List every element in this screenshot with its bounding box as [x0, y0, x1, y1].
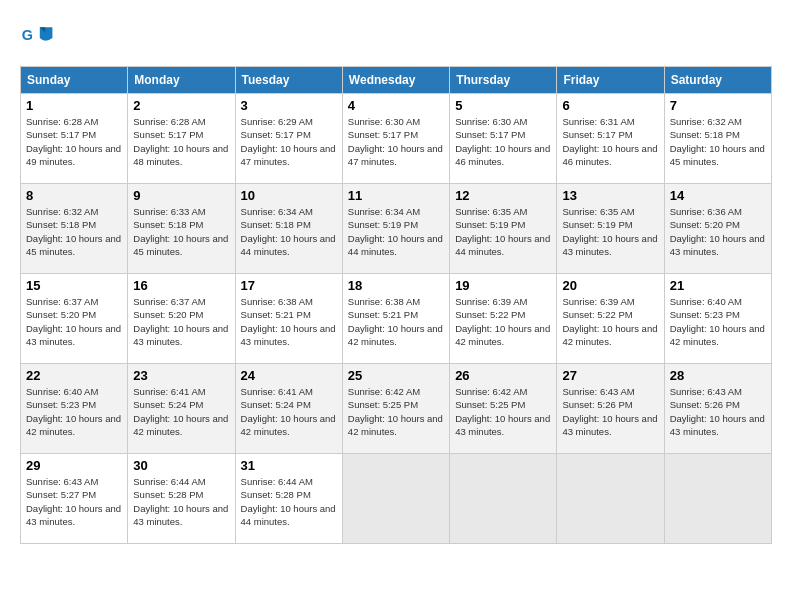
calendar-cell: 8 Sunrise: 6:32 AM Sunset: 5:18 PM Dayli…: [21, 184, 128, 274]
day-info: Sunrise: 6:43 AM Sunset: 5:26 PM Dayligh…: [562, 385, 658, 438]
day-number: 12: [455, 188, 551, 203]
calendar-cell: 2 Sunrise: 6:28 AM Sunset: 5:17 PM Dayli…: [128, 94, 235, 184]
calendar-week-row: 8 Sunrise: 6:32 AM Sunset: 5:18 PM Dayli…: [21, 184, 772, 274]
day-number: 24: [241, 368, 337, 383]
calendar-cell: 6 Sunrise: 6:31 AM Sunset: 5:17 PM Dayli…: [557, 94, 664, 184]
day-info: Sunrise: 6:38 AM Sunset: 5:21 PM Dayligh…: [241, 295, 337, 348]
calendar-cell: 25 Sunrise: 6:42 AM Sunset: 5:25 PM Dayl…: [342, 364, 449, 454]
calendar-cell: [557, 454, 664, 544]
calendar-week-row: 15 Sunrise: 6:37 AM Sunset: 5:20 PM Dayl…: [21, 274, 772, 364]
day-number: 16: [133, 278, 229, 293]
calendar-cell: 30 Sunrise: 6:44 AM Sunset: 5:28 PM Dayl…: [128, 454, 235, 544]
calendar-cell: 1 Sunrise: 6:28 AM Sunset: 5:17 PM Dayli…: [21, 94, 128, 184]
calendar-cell: 15 Sunrise: 6:37 AM Sunset: 5:20 PM Dayl…: [21, 274, 128, 364]
weekday-header-monday: Monday: [128, 67, 235, 94]
day-number: 9: [133, 188, 229, 203]
day-info: Sunrise: 6:30 AM Sunset: 5:17 PM Dayligh…: [455, 115, 551, 168]
day-info: Sunrise: 6:44 AM Sunset: 5:28 PM Dayligh…: [133, 475, 229, 528]
day-number: 5: [455, 98, 551, 113]
calendar-cell: 17 Sunrise: 6:38 AM Sunset: 5:21 PM Dayl…: [235, 274, 342, 364]
day-info: Sunrise: 6:38 AM Sunset: 5:21 PM Dayligh…: [348, 295, 444, 348]
page-header: G: [20, 20, 772, 56]
day-number: 23: [133, 368, 229, 383]
day-number: 3: [241, 98, 337, 113]
day-number: 13: [562, 188, 658, 203]
day-info: Sunrise: 6:35 AM Sunset: 5:19 PM Dayligh…: [562, 205, 658, 258]
logo-icon: G: [20, 20, 56, 56]
day-number: 14: [670, 188, 766, 203]
calendar-cell: 7 Sunrise: 6:32 AM Sunset: 5:18 PM Dayli…: [664, 94, 771, 184]
day-info: Sunrise: 6:41 AM Sunset: 5:24 PM Dayligh…: [133, 385, 229, 438]
day-info: Sunrise: 6:29 AM Sunset: 5:17 PM Dayligh…: [241, 115, 337, 168]
day-info: Sunrise: 6:30 AM Sunset: 5:17 PM Dayligh…: [348, 115, 444, 168]
calendar-cell: 4 Sunrise: 6:30 AM Sunset: 5:17 PM Dayli…: [342, 94, 449, 184]
day-info: Sunrise: 6:36 AM Sunset: 5:20 PM Dayligh…: [670, 205, 766, 258]
day-info: Sunrise: 6:31 AM Sunset: 5:17 PM Dayligh…: [562, 115, 658, 168]
calendar-cell: 9 Sunrise: 6:33 AM Sunset: 5:18 PM Dayli…: [128, 184, 235, 274]
calendar-cell: 3 Sunrise: 6:29 AM Sunset: 5:17 PM Dayli…: [235, 94, 342, 184]
calendar-table: SundayMondayTuesdayWednesdayThursdayFrid…: [20, 66, 772, 544]
day-number: 30: [133, 458, 229, 473]
calendar-cell: 10 Sunrise: 6:34 AM Sunset: 5:18 PM Dayl…: [235, 184, 342, 274]
day-info: Sunrise: 6:43 AM Sunset: 5:26 PM Dayligh…: [670, 385, 766, 438]
weekday-header-tuesday: Tuesday: [235, 67, 342, 94]
day-number: 8: [26, 188, 122, 203]
day-info: Sunrise: 6:44 AM Sunset: 5:28 PM Dayligh…: [241, 475, 337, 528]
day-number: 1: [26, 98, 122, 113]
calendar-cell: 18 Sunrise: 6:38 AM Sunset: 5:21 PM Dayl…: [342, 274, 449, 364]
day-info: Sunrise: 6:39 AM Sunset: 5:22 PM Dayligh…: [455, 295, 551, 348]
day-number: 2: [133, 98, 229, 113]
calendar-cell: 24 Sunrise: 6:41 AM Sunset: 5:24 PM Dayl…: [235, 364, 342, 454]
weekday-header-friday: Friday: [557, 67, 664, 94]
calendar-week-row: 22 Sunrise: 6:40 AM Sunset: 5:23 PM Dayl…: [21, 364, 772, 454]
calendar-cell: [450, 454, 557, 544]
calendar-cell: 5 Sunrise: 6:30 AM Sunset: 5:17 PM Dayli…: [450, 94, 557, 184]
weekday-header-sunday: Sunday: [21, 67, 128, 94]
day-number: 21: [670, 278, 766, 293]
calendar-cell: 13 Sunrise: 6:35 AM Sunset: 5:19 PM Dayl…: [557, 184, 664, 274]
weekday-header-saturday: Saturday: [664, 67, 771, 94]
calendar-cell: 21 Sunrise: 6:40 AM Sunset: 5:23 PM Dayl…: [664, 274, 771, 364]
day-number: 18: [348, 278, 444, 293]
day-number: 27: [562, 368, 658, 383]
weekday-header-wednesday: Wednesday: [342, 67, 449, 94]
day-info: Sunrise: 6:42 AM Sunset: 5:25 PM Dayligh…: [455, 385, 551, 438]
day-info: Sunrise: 6:28 AM Sunset: 5:17 PM Dayligh…: [26, 115, 122, 168]
calendar-cell: 12 Sunrise: 6:35 AM Sunset: 5:19 PM Dayl…: [450, 184, 557, 274]
day-number: 22: [26, 368, 122, 383]
day-number: 15: [26, 278, 122, 293]
day-number: 6: [562, 98, 658, 113]
day-number: 10: [241, 188, 337, 203]
day-info: Sunrise: 6:37 AM Sunset: 5:20 PM Dayligh…: [26, 295, 122, 348]
calendar-cell: 22 Sunrise: 6:40 AM Sunset: 5:23 PM Dayl…: [21, 364, 128, 454]
day-info: Sunrise: 6:41 AM Sunset: 5:24 PM Dayligh…: [241, 385, 337, 438]
day-info: Sunrise: 6:28 AM Sunset: 5:17 PM Dayligh…: [133, 115, 229, 168]
calendar-cell: 16 Sunrise: 6:37 AM Sunset: 5:20 PM Dayl…: [128, 274, 235, 364]
day-number: 25: [348, 368, 444, 383]
day-info: Sunrise: 6:42 AM Sunset: 5:25 PM Dayligh…: [348, 385, 444, 438]
day-info: Sunrise: 6:34 AM Sunset: 5:18 PM Dayligh…: [241, 205, 337, 258]
calendar-cell: [664, 454, 771, 544]
calendar-cell: 14 Sunrise: 6:36 AM Sunset: 5:20 PM Dayl…: [664, 184, 771, 274]
day-info: Sunrise: 6:34 AM Sunset: 5:19 PM Dayligh…: [348, 205, 444, 258]
day-info: Sunrise: 6:35 AM Sunset: 5:19 PM Dayligh…: [455, 205, 551, 258]
calendar-cell: 20 Sunrise: 6:39 AM Sunset: 5:22 PM Dayl…: [557, 274, 664, 364]
day-number: 29: [26, 458, 122, 473]
day-info: Sunrise: 6:40 AM Sunset: 5:23 PM Dayligh…: [670, 295, 766, 348]
day-number: 4: [348, 98, 444, 113]
weekday-header-row: SundayMondayTuesdayWednesdayThursdayFrid…: [21, 67, 772, 94]
day-number: 31: [241, 458, 337, 473]
calendar-cell: 11 Sunrise: 6:34 AM Sunset: 5:19 PM Dayl…: [342, 184, 449, 274]
day-info: Sunrise: 6:32 AM Sunset: 5:18 PM Dayligh…: [26, 205, 122, 258]
calendar-cell: 19 Sunrise: 6:39 AM Sunset: 5:22 PM Dayl…: [450, 274, 557, 364]
day-info: Sunrise: 6:43 AM Sunset: 5:27 PM Dayligh…: [26, 475, 122, 528]
day-info: Sunrise: 6:37 AM Sunset: 5:20 PM Dayligh…: [133, 295, 229, 348]
day-info: Sunrise: 6:39 AM Sunset: 5:22 PM Dayligh…: [562, 295, 658, 348]
day-info: Sunrise: 6:33 AM Sunset: 5:18 PM Dayligh…: [133, 205, 229, 258]
day-number: 17: [241, 278, 337, 293]
day-number: 26: [455, 368, 551, 383]
calendar-cell: 31 Sunrise: 6:44 AM Sunset: 5:28 PM Dayl…: [235, 454, 342, 544]
day-number: 19: [455, 278, 551, 293]
calendar-cell: [342, 454, 449, 544]
day-number: 7: [670, 98, 766, 113]
